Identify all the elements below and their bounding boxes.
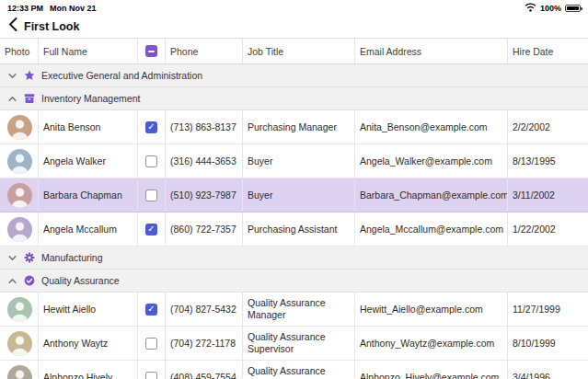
cell-select (138, 327, 166, 360)
cell-phone: (704) 827-5432 (166, 293, 243, 326)
cell-job-title: Purchasing Assistant (243, 212, 355, 246)
avatar (7, 331, 32, 356)
table-body: Executive General and Administration Inv… (0, 64, 588, 379)
cell-photo (0, 327, 39, 360)
avatar (7, 149, 32, 174)
group-expand-chevron[interactable] (7, 71, 17, 81)
back-button[interactable] (7, 17, 18, 36)
status-date: Mon Nov 21 (50, 4, 97, 13)
column-header-phone[interactable]: Phone (166, 39, 243, 63)
group-expand-chevron[interactable] (7, 94, 17, 104)
group-label: Quality Assurance (41, 275, 120, 286)
cell-hire-date: 2/2/2002 (508, 110, 588, 144)
group-row[interactable]: Quality Assurance (0, 270, 588, 293)
group-expand-chevron[interactable] (7, 276, 17, 286)
column-header-hire-date[interactable]: Hire Date (508, 39, 588, 63)
star-icon (24, 70, 35, 81)
group-row[interactable]: Executive General and Administration (0, 64, 588, 87)
status-bar: 12:33 PM Mon Nov 21 100% (0, 0, 588, 15)
column-header-select (138, 39, 166, 63)
cell-full-name: Anita Benson (39, 110, 138, 144)
cell-photo (0, 144, 39, 178)
cell-photo (0, 110, 39, 144)
table-row[interactable]: Barbara Chapman (510) 923-7987 Buyer Bar… (0, 178, 588, 212)
page-title: First Look (24, 20, 79, 33)
cell-job-title: Purchasing Manager (243, 110, 355, 144)
column-header-job-title[interactable]: Job Title (243, 39, 355, 63)
cell-select (138, 110, 166, 144)
group-label: Manufacturing (41, 252, 103, 263)
chevron-left-icon (7, 17, 18, 36)
avatar (7, 297, 32, 322)
row-checkbox[interactable] (145, 224, 157, 235)
box-icon (24, 93, 35, 104)
check-circle-icon (24, 275, 35, 286)
row-checkbox[interactable] (145, 372, 157, 379)
row-checkbox[interactable] (145, 121, 157, 133)
cell-email: Anita_Benson@example.com (355, 110, 508, 144)
cell-job-title: Quality Assurance Supervisor (243, 327, 355, 360)
cell-email: Angela_Walker@example.com (355, 144, 508, 178)
cell-email: Hewitt_Aiello@example.com (355, 293, 508, 326)
cell-phone: (704) 272-1178 (166, 327, 243, 360)
row-checkbox[interactable] (145, 190, 157, 201)
status-time: 12:33 PM (7, 4, 43, 13)
group-label: Inventory Management (41, 93, 140, 104)
cell-email: Barbara_Chapman@example.com (355, 178, 508, 212)
gear-icon (24, 252, 35, 263)
avatar (7, 217, 32, 242)
cell-photo (0, 361, 39, 379)
column-header-full-name[interactable]: Full Name (39, 39, 138, 63)
group-expand-chevron[interactable] (7, 253, 17, 263)
group-row[interactable]: Inventory Management (0, 87, 588, 110)
table-row[interactable]: Angela Walker (316) 444-3653 Buyer Angel… (0, 144, 588, 178)
cell-full-name: Hewitt Aiello (39, 293, 138, 326)
cell-hire-date: 8/13/1995 (508, 144, 588, 178)
row-checkbox[interactable] (145, 338, 157, 350)
cell-full-name: Angela Mccallum (39, 212, 138, 246)
column-header-photo[interactable]: Photo (0, 39, 39, 63)
cell-hire-date: 3/4/1996 (508, 361, 588, 379)
table-row[interactable]: Angela Mccallum (860) 722-7357 Purchasin… (0, 212, 588, 247)
cell-phone: (316) 444-3653 (166, 144, 243, 178)
column-header-email[interactable]: Email Address (355, 39, 508, 63)
cell-select (138, 361, 166, 379)
cell-select (138, 293, 166, 326)
battery-icon (565, 5, 581, 12)
cell-select (138, 212, 166, 246)
row-checkbox[interactable] (145, 155, 157, 167)
cell-email: Anthony_Waytz@example.com (355, 327, 508, 360)
cell-hire-date: 3/11/2002 (508, 178, 588, 212)
nav-bar: First Look (0, 15, 588, 38)
group-label: Executive General and Administration (41, 70, 202, 81)
cell-photo (0, 212, 39, 246)
battery-percent: 100% (540, 4, 561, 13)
cell-job-title: Quality Assurance Manager (243, 293, 355, 326)
select-all-checkbox[interactable] (145, 45, 157, 57)
table-header-row: Photo Full Name Phone Job Title Email Ad… (0, 38, 588, 64)
cell-email: Alphonzo_Hively@example.com (355, 361, 508, 379)
cell-full-name: Barbara Chapman (39, 178, 138, 212)
cell-hire-date: 1/22/2002 (508, 212, 588, 246)
cell-email: Angela_Mccallum@example.com (355, 212, 508, 246)
cell-phone: (860) 722-7357 (166, 212, 243, 246)
cell-hire-date: 11/27/1999 (508, 293, 588, 326)
group-row[interactable]: Manufacturing (0, 247, 588, 270)
cell-phone: (408) 459-7554 (166, 361, 243, 379)
table-row[interactable]: Anita Benson (713) 863-8137 Purchasing M… (0, 110, 588, 144)
table-row[interactable]: Hewitt Aiello (704) 827-5432 Quality Ass… (0, 293, 588, 327)
cell-job-title: Buyer (243, 144, 355, 178)
cell-full-name: Alphonzo Hively (39, 361, 138, 379)
avatar (7, 183, 32, 208)
cell-phone: (713) 863-8137 (166, 110, 243, 144)
cell-photo (0, 178, 39, 212)
cell-full-name: Anthony Waytz (39, 327, 138, 360)
wifi-icon (525, 3, 536, 14)
row-checkbox[interactable] (145, 304, 157, 316)
avatar (7, 115, 32, 140)
cell-job-title: Quality Assurance Technician (243, 361, 355, 379)
table-row[interactable]: Alphonzo Hively (408) 459-7554 Quality A… (0, 361, 588, 379)
cell-hire-date: 8/10/1999 (508, 327, 588, 360)
table-row[interactable]: Anthony Waytz (704) 272-1178 Quality Ass… (0, 327, 588, 361)
cell-phone: (510) 923-7987 (166, 178, 243, 212)
